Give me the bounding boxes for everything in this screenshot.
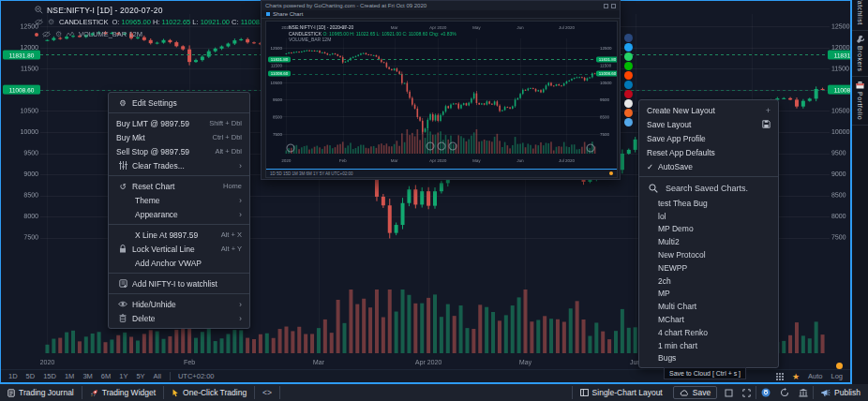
divider: [109, 112, 249, 113]
divider: [109, 175, 249, 176]
share-pinterest-icon[interactable]: [624, 90, 633, 98]
menu-item-autosave[interactable]: ✓AutoSave: [639, 159, 778, 173]
mini-orange-dot: [609, 171, 613, 175]
menu-item-lock-vertical[interactable]: Lock Vertical LineAlt + Y: [109, 242, 249, 256]
favorite-star-icon[interactable]: ★: [792, 372, 800, 381]
share-linkedin-icon[interactable]: [624, 81, 633, 89]
saved-chart-item[interactable]: MP: [639, 288, 778, 301]
share-email-icon[interactable]: [624, 99, 633, 108]
share-twitter-icon[interactable]: [624, 43, 633, 52]
tf-1m[interactable]: 1M: [65, 372, 74, 380]
gear-icon[interactable]: ⚙: [54, 30, 63, 38]
menu-item-edit-settings[interactable]: ⚙Edit Settings: [109, 96, 249, 110]
single-chart-layout-button[interactable]: Single-Chart Layout: [573, 384, 670, 401]
share-facebook-icon[interactable]: [624, 34, 633, 42]
menu-item-reset-app-defaults[interactable]: Reset App Defaults: [639, 145, 778, 159]
tf-5d[interactable]: 5D: [26, 372, 36, 380]
menu-item-save-app-profile[interactable]: Save App Profile: [639, 131, 778, 145]
share-line-icon[interactable]: [624, 62, 633, 70]
maximize-pane-icon[interactable]: [720, 384, 738, 401]
popup-close-icon[interactable]: [611, 4, 616, 8]
menu-item-appearance[interactable]: Appearance›: [109, 207, 249, 221]
save-button[interactable]: Save: [673, 386, 717, 399]
plus-icon: +: [766, 106, 771, 115]
tf-3m[interactable]: 3M: [82, 372, 92, 380]
menu-item-delete[interactable]: Delete›: [109, 311, 249, 325]
popup-tab-label: Share Chart: [273, 11, 303, 17]
tf-6m[interactable]: 6M: [101, 372, 111, 380]
tf-1y[interactable]: 1Y: [119, 372, 127, 380]
trading-journal-button[interactable]: Trading Journal: [0, 384, 82, 401]
gear-icon[interactable]: ⚙: [47, 18, 55, 26]
mini-legend: NSE:NIFTY-I [1D] - 2020-07-20 CANDLESTIC…: [289, 24, 456, 43]
saved-chart-item[interactable]: New Protocol: [639, 248, 778, 261]
volume-label: VOLUME_BAR: [79, 30, 127, 38]
saved-chart-item[interactable]: MChart: [639, 313, 778, 326]
saved-chart-item[interactable]: NEWPP: [639, 261, 778, 275]
menu-item-sell-stop[interactable]: Sell Stop @ 9897.59Alt + Dbl: [109, 144, 249, 158]
fullscreen-icon[interactable]: [738, 384, 756, 401]
menu-item-reset-chart[interactable]: ↺Reset ChartHome: [109, 179, 249, 193]
eye-off-icon[interactable]: [35, 18, 43, 26]
saved-chart-item[interactable]: Multi2: [639, 235, 778, 248]
menu-item-buy-lmt[interactable]: Buy LMT @ 9897.59Shift + Dbl: [109, 116, 249, 130]
one-click-trading-button[interactable]: One-Click Trading: [164, 384, 254, 401]
bottom-toolbar: Trading Journal Trading Widget One-Click…: [0, 384, 868, 401]
zoom-out-icon[interactable]: [35, 6, 43, 14]
mini-series-label: CANDLESTICK: [289, 31, 322, 37]
menu-item-x-line[interactable]: X Line At 9897.59Alt + X: [109, 228, 249, 242]
saved-chart-item[interactable]: MP Demo: [639, 223, 778, 236]
share-reddit-icon[interactable]: [624, 71, 633, 80]
menu-item-hide-unhide[interactable]: Hide/Unhide›: [109, 297, 249, 311]
tf-15d[interactable]: 15D: [43, 372, 56, 380]
menu-item-clear-trades[interactable]: Clear Trades...›: [109, 158, 249, 172]
tf-1d[interactable]: 1D: [8, 372, 18, 380]
saved-chart-item[interactable]: Multi Chart: [639, 300, 778, 313]
saved-chart-item[interactable]: 1 min chart: [639, 339, 778, 352]
menu-item-add-watchlist[interactable]: Add NIFTY-I to watchlist: [109, 276, 249, 290]
menu-item-anchor-vwap[interactable]: Add Anchor VWAP: [109, 256, 249, 270]
grid-icon[interactable]: [776, 373, 784, 380]
auto-scale-toggle[interactable]: Auto: [808, 372, 822, 380]
popup-title: Charts powered by GoCharting.com - Creat…: [265, 3, 427, 8]
menu-item-theme[interactable]: Theme›: [109, 193, 249, 207]
saved-charts-search[interactable]: Search Saved Charts.: [639, 180, 778, 197]
tf-5y[interactable]: 5Y: [136, 372, 144, 380]
menu-item-buy-mkt[interactable]: Buy MktCtrl + Dbl: [109, 130, 249, 144]
search-placeholder: Search Saved Charts.: [666, 184, 748, 193]
exchange-icon[interactable]: [794, 384, 813, 401]
saved-chart-item[interactable]: Bugs: [639, 352, 778, 365]
tab-portfolio[interactable]: Portfolio: [852, 77, 868, 126]
sync-icon[interactable]: [775, 384, 794, 401]
publish-button[interactable]: Publish: [814, 384, 868, 401]
eye-off-icon[interactable]: [42, 30, 51, 38]
l-label: L:: [192, 18, 198, 26]
rocket-icon: [90, 389, 98, 397]
tf-all[interactable]: All: [154, 372, 161, 380]
code-snippet-button[interactable]: <>: [255, 384, 279, 401]
saved-chart-item[interactable]: 4 chart Renko: [639, 326, 778, 339]
tab-watchlist[interactable]: Watchlist: [852, 0, 868, 31]
popup-tab[interactable]: Share Chart: [262, 10, 620, 19]
saved-chart-item[interactable]: test Thea Bug: [639, 197, 778, 210]
mini-timeframes: 1D 5D 15D 1M 3M 6M 1Y 5Y All UTC+02:00: [270, 171, 353, 176]
mini-change: +0.83%: [441, 31, 456, 37]
share-telegram-icon[interactable]: [624, 118, 633, 126]
menu-item-save-layout[interactable]: Save Layout: [639, 117, 778, 131]
tab-brokers[interactable]: Brokers: [852, 31, 868, 78]
high-value: 11022.65: [162, 18, 191, 26]
saved-chart-item[interactable]: lol: [639, 210, 778, 223]
trading-widget-button[interactable]: Trading Widget: [82, 384, 163, 401]
search-icon: [649, 184, 658, 193]
timezone-label[interactable]: UTC+02:00: [178, 372, 215, 380]
mini-bottom-bar: 1D 5D 15D 1M 3M 6M 1Y 5Y All UTC+02:00: [266, 169, 617, 177]
share-whatsapp-icon[interactable]: [624, 52, 633, 61]
saved-chart-item[interactable]: 2ch: [639, 275, 778, 288]
menu-item-create-new-layout[interactable]: Create New Layout+: [639, 103, 778, 117]
open-value: 10965.00: [122, 18, 151, 26]
log-scale-toggle[interactable]: Log: [831, 372, 843, 380]
share-rss-icon[interactable]: [624, 109, 633, 117]
trash-icon: [116, 314, 129, 322]
popup-expand-icon[interactable]: [604, 4, 608, 8]
camera-icon[interactable]: [756, 384, 775, 401]
